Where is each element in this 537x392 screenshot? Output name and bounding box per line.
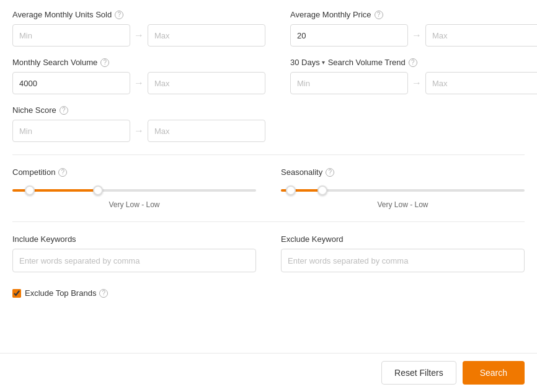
competition-handle-right[interactable]: [93, 185, 103, 195]
trend-dropdown-chevron-icon: ▾: [322, 59, 325, 66]
competition-track-bg: [12, 189, 256, 192]
row-units-price: Average Monthly Units Sold ? → Average M…: [12, 10, 525, 47]
avg-monthly-units-input-pair: →: [12, 24, 265, 47]
keywords-row: Include Keywords Exclude Keyword: [12, 234, 525, 272]
section-divider-1: [12, 154, 525, 155]
group-exclude-keyword: Exclude Keyword: [281, 234, 525, 272]
avg-monthly-price-label: Average Monthly Price ?: [290, 10, 537, 19]
niche-score-label: Niche Score ?: [12, 105, 265, 115]
avg-monthly-price-input-pair: →: [290, 24, 537, 47]
avg-monthly-units-help-icon[interactable]: ?: [115, 11, 123, 19]
keywords-section: Include Keywords Exclude Keyword: [12, 234, 525, 272]
seasonality-help-icon[interactable]: ?: [326, 168, 334, 177]
exclude-top-brands-help-icon[interactable]: ?: [99, 289, 108, 298]
group-avg-monthly-units: Average Monthly Units Sold ? →: [12, 10, 265, 47]
avg-monthly-price-max-input[interactable]: [425, 24, 537, 47]
arrow-trend: →: [412, 78, 422, 89]
search-volume-trend-label: Search Volume Trend: [328, 58, 406, 67]
niche-score-input-pair: →: [12, 120, 265, 142]
footer-bar: Reset Filters Search: [0, 353, 537, 392]
section-divider-2: [12, 221, 525, 222]
competition-handle-left[interactable]: [25, 185, 35, 195]
avg-monthly-units-min-input[interactable]: [12, 24, 130, 47]
search-volume-trend-label-row: 30 Days ▾ Search Volume Trend ?: [290, 58, 537, 67]
search-volume-trend-min-input[interactable]: [290, 72, 408, 94]
seasonality-handle-left[interactable]: [286, 185, 296, 195]
competition-help-icon[interactable]: ?: [58, 168, 67, 177]
avg-monthly-price-help-icon[interactable]: ?: [375, 11, 383, 19]
include-keywords-label: Include Keywords: [12, 234, 256, 244]
trend-days-dropdown[interactable]: 30 Days ▾: [290, 58, 325, 67]
competition-label: Competition ?: [12, 167, 256, 177]
search-volume-trend-max-input[interactable]: [425, 72, 537, 94]
reset-filters-button[interactable]: Reset Filters: [381, 361, 456, 385]
exclude-top-brands-label: Exclude Top Brands ?: [25, 288, 108, 298]
group-seasonality: Seasonality ? Very Low - Low: [281, 167, 525, 209]
group-avg-monthly-price: Average Monthly Price ? →: [290, 10, 537, 47]
monthly-search-volume-min-input[interactable]: [12, 72, 130, 94]
seasonality-slider-track[interactable]: [281, 184, 525, 197]
exclude-keyword-label: Exclude Keyword: [281, 234, 525, 244]
niche-score-help-icon[interactable]: ?: [60, 106, 68, 115]
seasonality-range-label: Very Low - Low: [281, 200, 525, 209]
monthly-search-volume-input-pair: →: [12, 72, 265, 94]
competition-range-label: Very Low - Low: [12, 200, 256, 209]
exclude-top-brands-checkbox[interactable]: [12, 289, 21, 298]
arrow-units: →: [134, 30, 144, 41]
row-search-volume: Monthly Search Volume ? → 30 Days ▾ Sear…: [12, 58, 525, 94]
filter-panel: Average Monthly Units Sold ? → Average M…: [0, 0, 537, 332]
niche-score-min-input[interactable]: [12, 120, 130, 142]
search-volume-trend-input-pair: →: [290, 72, 537, 94]
arrow-niche: →: [134, 125, 144, 136]
exclude-keyword-input[interactable]: [281, 249, 525, 272]
monthly-search-volume-label: Monthly Search Volume ?: [12, 58, 265, 67]
avg-monthly-units-max-input[interactable]: [148, 24, 265, 47]
row-niche-score: Niche Score ? →: [12, 105, 525, 142]
row-sliders: Competition ? Very Low - Low Seasonality…: [12, 167, 525, 209]
group-competition: Competition ? Very Low - Low: [12, 167, 256, 209]
avg-monthly-price-min-input[interactable]: [290, 24, 408, 47]
competition-slider-track[interactable]: [12, 184, 256, 197]
arrow-price: →: [412, 30, 422, 41]
search-button[interactable]: Search: [463, 361, 525, 385]
seasonality-label: Seasonality ?: [281, 167, 525, 177]
include-keywords-input[interactable]: [12, 249, 256, 272]
exclude-top-brands-row: Exclude Top Brands ?: [12, 282, 525, 304]
group-search-volume-trend: 30 Days ▾ Search Volume Trend ? →: [290, 58, 537, 94]
group-niche-score: Niche Score ? →: [12, 105, 265, 142]
group-include-keywords: Include Keywords: [12, 234, 256, 272]
monthly-search-volume-max-input[interactable]: [148, 72, 265, 94]
monthly-search-volume-help-icon[interactable]: ?: [100, 58, 109, 67]
group-monthly-search-volume: Monthly Search Volume ? →: [12, 58, 265, 94]
seasonality-handle-right[interactable]: [317, 185, 327, 195]
search-volume-trend-help-icon[interactable]: ?: [409, 58, 417, 67]
avg-monthly-units-label: Average Monthly Units Sold ?: [12, 10, 265, 19]
niche-score-max-input[interactable]: [148, 120, 265, 142]
arrow-search-vol: →: [134, 78, 144, 89]
seasonality-track-bg: [281, 189, 525, 192]
